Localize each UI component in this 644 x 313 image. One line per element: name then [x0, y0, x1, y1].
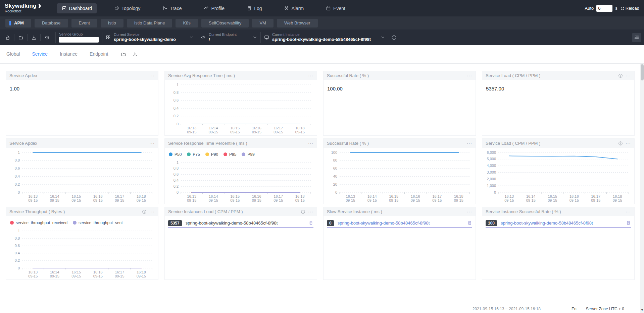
svg-text:16:16: 16:16 [93, 194, 103, 198]
language-toggle[interactable]: En [572, 307, 577, 311]
card-title: Service Instances Load ( CPM / PPM ) [168, 209, 243, 214]
top-navbar: Skywalking Rocketbot DashboardTopologyTr… [0, 0, 644, 16]
more-options-icon[interactable]: ··· [308, 209, 313, 214]
svg-text:0.2: 0.2 [15, 182, 20, 186]
subnav-item-k8s[interactable]: K8s [176, 19, 198, 27]
more-options-icon[interactable]: ··· [149, 209, 155, 214]
card-service-instances-load-cpm-ppm: Service Instances Load ( CPM / PPM ) ···… [164, 207, 317, 280]
scroll-down-arrow[interactable]: ▼ [640, 308, 644, 312]
download-icon[interactable] [29, 35, 39, 40]
legend-item[interactable]: service_throughput_sent [73, 221, 122, 225]
subnav-item-vm[interactable]: VM [252, 19, 274, 27]
legend-dot [73, 221, 77, 225]
legend-item[interactable]: P50 [169, 152, 182, 157]
app-logo[interactable]: Skywalking Rocketbot [5, 3, 42, 13]
nav-item-event[interactable]: Event [321, 3, 350, 13]
info-icon[interactable] [618, 73, 623, 78]
svg-text:09-15: 09-15 [411, 198, 420, 202]
nav-item-profile[interactable]: Profile [199, 3, 229, 13]
svg-text:16:17: 16:17 [432, 194, 442, 198]
svg-text:0.4: 0.4 [15, 251, 20, 255]
svg-text:09-15: 09-15 [613, 198, 622, 202]
instance-name[interactable]: spring-boot-skywalking-demo-58b48465cf-8… [501, 221, 593, 226]
svg-text:16:17: 16:17 [115, 194, 124, 198]
svg-text:0: 0 [177, 190, 179, 194]
auto-interval-input[interactable] [596, 5, 612, 12]
folder-icon[interactable] [121, 52, 126, 57]
legend-item[interactable]: P95 [224, 152, 236, 157]
svg-text:09-15: 09-15 [209, 198, 218, 202]
divider [55, 32, 56, 43]
subnav-item-selfobservability[interactable]: SelfObservability [201, 19, 249, 27]
nav-item-dashboard[interactable]: Dashboard [57, 3, 97, 13]
subnav-item-apm[interactable]: APM [5, 19, 31, 27]
svg-text:09-15: 09-15 [367, 198, 377, 202]
info-icon[interactable] [301, 209, 305, 214]
chevron-down-icon [381, 35, 385, 40]
tab-global[interactable]: Global [4, 45, 22, 63]
svg-text:0: 0 [335, 190, 337, 194]
svg-text:09-15: 09-15 [93, 198, 103, 202]
current-instance-selector[interactable]: Current Instance spring-boot-skywalking-… [264, 33, 385, 43]
current-endpoint-selector[interactable]: Current Endpoint / [201, 33, 257, 43]
more-options-icon[interactable]: ··· [308, 141, 313, 146]
subnav-item-istio-data-plane[interactable]: Istio Data Plane [127, 19, 172, 27]
svg-text:80: 80 [333, 158, 337, 162]
download-icon[interactable] [132, 52, 138, 57]
subnav-item-istio[interactable]: Istio [101, 19, 123, 27]
tab-instance[interactable]: Instance [58, 45, 80, 63]
card-service-load-cpm-ppm: Service Load ( CPM / PPM ) ···5357.00 [482, 71, 635, 136]
collapse-panel-button[interactable] [632, 33, 641, 42]
subnav-item-event[interactable]: Event [71, 19, 97, 27]
chart-legend: service_throughput_receivedservice_throu… [6, 216, 158, 226]
copy-icon[interactable] [308, 221, 313, 226]
nav-item-log[interactable]: Log [242, 3, 266, 13]
more-options-icon[interactable]: ··· [467, 141, 472, 146]
more-options-icon[interactable]: ··· [308, 73, 313, 78]
folder-icon[interactable] [16, 35, 26, 40]
instance-name[interactable]: spring-boot-skywalking-demo-58b48465cf-8… [338, 221, 430, 226]
legend-label: P75 [193, 152, 200, 157]
legend-dot [10, 221, 14, 225]
copy-icon[interactable] [626, 221, 631, 226]
svg-text:16:13: 16:13 [187, 126, 196, 130]
subnav-item-database[interactable]: Database [35, 19, 68, 27]
svg-text:09-15: 09-15 [115, 274, 124, 278]
nav-item-topology[interactable]: Topology [109, 3, 145, 13]
more-options-icon[interactable]: ··· [149, 73, 155, 78]
subnav-item-web-browser[interactable]: Web Browser [277, 19, 318, 27]
copy-icon[interactable] [467, 221, 472, 226]
more-options-icon[interactable]: ··· [467, 73, 472, 78]
svg-text:16:15: 16:15 [230, 126, 240, 130]
info-icon[interactable] [142, 209, 147, 214]
legend-item[interactable]: P75 [187, 152, 200, 157]
card-header: Service Throughput ( Bytes ) ··· [6, 207, 158, 216]
more-options-icon[interactable]: ··· [626, 209, 631, 214]
reload-button[interactable]: Reload [620, 6, 639, 11]
more-options-icon[interactable]: ··· [626, 141, 631, 146]
card-header: Slow Service Instance ( ms ) ··· [324, 207, 476, 216]
tab-service[interactable]: Service [30, 45, 50, 63]
nav-item-alarm[interactable]: Alarm [279, 3, 308, 13]
more-options-icon[interactable]: ··· [467, 209, 472, 214]
info-icon[interactable] [390, 34, 398, 41]
service-group-input[interactable] [59, 37, 99, 43]
tab-endpoint[interactable]: Endpoint [88, 45, 110, 63]
vertical-scrollbar[interactable]: ▼ [640, 64, 644, 313]
svg-text:2,000: 2,000 [487, 177, 496, 181]
history-icon[interactable] [42, 35, 52, 40]
more-options-icon[interactable]: ··· [626, 73, 631, 78]
more-options-icon[interactable]: ··· [149, 141, 155, 146]
svg-text:09-15: 09-15 [28, 274, 38, 278]
legend-item[interactable]: P99 [242, 152, 254, 157]
value-badge: 5357 [168, 220, 182, 226]
card-header: Service Apdex ··· [6, 139, 158, 148]
current-service-selector[interactable]: Current Service spring-boot-skywalking-d… [106, 33, 194, 43]
scrollbar-thumb[interactable] [641, 64, 644, 80]
legend-item[interactable]: P90 [205, 152, 218, 157]
nav-item-trace[interactable]: Trace [158, 3, 186, 13]
main-nav: DashboardTopologyTraceProfileLogAlarmEve… [57, 3, 350, 13]
info-icon[interactable] [618, 141, 623, 146]
legend-item[interactable]: service_throughput_received [10, 221, 67, 225]
lock-icon[interactable] [3, 35, 13, 40]
